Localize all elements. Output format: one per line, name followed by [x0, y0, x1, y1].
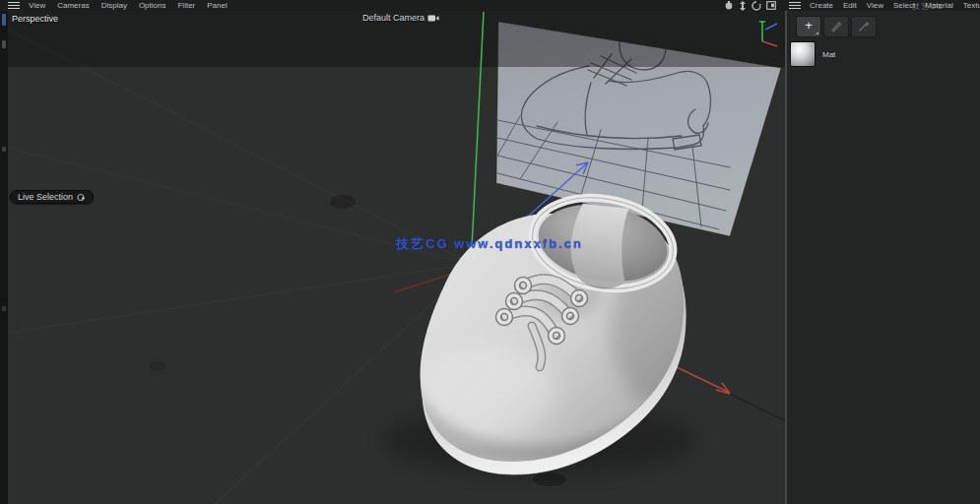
materials-panel: + Mat	[787, 11, 980, 504]
left-strip-icon	[2, 306, 6, 311]
menu-texture[interactable]: Texture	[963, 0, 980, 11]
menu-options[interactable]: Options	[139, 0, 166, 11]
menu-cameras[interactable]: Cameras	[57, 0, 89, 11]
materials-menu-icon[interactable]	[789, 2, 801, 9]
left-edge-strip	[0, 11, 8, 504]
menu-display[interactable]: Display	[101, 0, 127, 11]
rotate-icon[interactable]	[751, 1, 761, 11]
materials-menus: Create Edit View Select Material Texture	[810, 0, 980, 11]
menu-view-materials[interactable]: View	[867, 0, 883, 11]
maximize-view-icon[interactable]	[766, 1, 776, 10]
app-window: View Cameras Display Options Filter Pane…	[0, 0, 980, 504]
viewport-label: Perspective	[12, 14, 58, 24]
menu-filter[interactable]: Filter	[177, 0, 195, 11]
pick-material-button[interactable]	[851, 16, 877, 37]
live-selection-label: Live Selection	[18, 192, 73, 202]
camera-label[interactable]: Default Camera	[362, 13, 439, 23]
material-sphere-thumbnail[interactable]	[790, 41, 816, 67]
camera-icon	[427, 14, 439, 23]
live-selection-icon	[77, 193, 86, 202]
watermark-text: 技艺CG www.qdnxxfb.cn	[396, 235, 583, 253]
viewport-menu-icon[interactable]	[8, 2, 20, 9]
zoom-arrows-icon[interactable]	[739, 1, 747, 11]
dropdown-corner-icon	[816, 32, 818, 34]
menu-view[interactable]: View	[29, 0, 45, 11]
material-list-item[interactable]: Mat	[790, 41, 835, 67]
add-material-button[interactable]: +	[796, 16, 821, 37]
viewport-perspective[interactable]: Perspective Default Camera Live Selectio…	[8, 11, 785, 504]
watermark-text-small: 技艺CG	[912, 1, 944, 12]
left-strip-icon	[2, 147, 6, 152]
camera-label-text: Default Camera	[362, 13, 425, 23]
pan-hand-icon[interactable]	[724, 1, 734, 10]
viewport-menus: View Cameras Display Options Filter Pane…	[29, 0, 228, 11]
left-strip-icon	[2, 14, 6, 26]
menu-panel[interactable]: Panel	[207, 0, 227, 11]
eyedropper-icon	[858, 21, 870, 32]
add-material-label: +	[805, 18, 813, 32]
menubar: View Cameras Display Options Filter Pane…	[0, 0, 980, 11]
live-selection-badge[interactable]: Live Selection	[10, 190, 94, 204]
materials-toolbar: +	[796, 16, 877, 37]
edit-material-button[interactable]	[823, 16, 849, 37]
viewport-canvas[interactable]	[8, 11, 785, 504]
material-name[interactable]: Mat	[822, 50, 835, 59]
viewport-nav-icons	[724, 1, 776, 10]
left-strip-icon	[2, 40, 6, 48]
menu-edit[interactable]: Edit	[843, 0, 857, 11]
shoe-model[interactable]	[384, 187, 713, 474]
menu-create[interactable]: Create	[810, 0, 833, 11]
pen-icon	[830, 21, 842, 32]
